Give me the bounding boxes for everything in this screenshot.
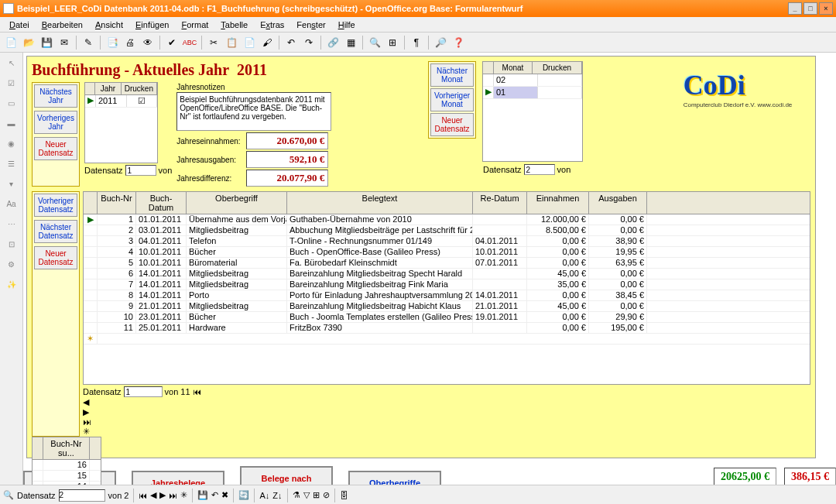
table-row[interactable]: 614.01.2011MitgliedsbeitragBareinzahlung… — [84, 269, 810, 279]
link-icon[interactable]: 🔗 — [325, 35, 341, 50]
table-row[interactable]: 1125.01.2011HardwareFritzBox 73900,00 €1… — [84, 323, 810, 334]
next-icon[interactable]: ▶ — [159, 490, 166, 500]
datasource-icon[interactable]: 🗄 — [340, 491, 348, 500]
notes-textarea[interactable]: Beispiel Buchführungsdatenbank 2011 mit … — [176, 92, 331, 131]
bottom-record-input[interactable] — [59, 489, 105, 502]
next-record-icon[interactable]: ▶ — [83, 407, 810, 417]
new-record-icon[interactable]: ✳ — [83, 427, 810, 437]
first-icon[interactable]: ⏮ — [139, 491, 147, 500]
save-icon[interactable]: 💾 — [39, 35, 54, 50]
table-row[interactable]: 203.01.2011MitgliedsbeitragAbbuchung Mit… — [84, 225, 810, 236]
pdf-icon[interactable]: 📑 — [104, 35, 120, 50]
form-nav-icon[interactable]: ⊡ — [5, 237, 19, 251]
open-icon[interactable]: 📂 — [21, 35, 36, 50]
undo-rec-icon[interactable]: ↶ — [211, 490, 218, 500]
menu-fenster[interactable]: Fenster — [290, 19, 331, 31]
combo-tool-icon[interactable]: ▾ — [5, 177, 19, 190]
menu-tabelle[interactable]: Tabelle — [214, 19, 254, 31]
col-buchnr-su[interactable]: Buch-Nr su... — [43, 437, 90, 459]
year-grid[interactable]: Jahr Drucken ▶ 2011 ☑ — [84, 82, 158, 163]
filter-form-icon[interactable]: ⊞ — [313, 490, 320, 500]
prev-record-icon[interactable]: ◀ — [83, 397, 810, 407]
ds-value-input[interactable] — [125, 165, 156, 176]
print-icon[interactable]: 🖨 — [122, 35, 138, 50]
zoom-icon[interactable]: 🔎 — [433, 35, 448, 50]
sort-desc-icon[interactable]: Z↓ — [272, 491, 282, 500]
jahresbelege-button[interactable]: Jahresbelege drucken — [132, 471, 224, 485]
prev-record-button[interactable]: Vorheriger Datensatz — [34, 194, 77, 217]
col-oberbegriff[interactable]: Oberbegriff — [187, 192, 287, 214]
new-record-button[interactable]: Neuer Datensatz — [34, 246, 77, 269]
option-tool-icon[interactable]: ◉ — [5, 136, 19, 150]
table-icon[interactable]: ▦ — [343, 35, 358, 50]
menu-hilfe[interactable]: Hilfe — [332, 19, 361, 31]
label-tool-icon[interactable]: Aa — [5, 197, 19, 211]
preview-icon[interactable]: 👁 — [140, 35, 156, 50]
col-ausgaben[interactable]: Ausgaben — [589, 192, 647, 214]
ds2-input[interactable] — [524, 164, 555, 175]
prev-month-button[interactable]: Vorheriger Monat — [430, 88, 474, 111]
mail-icon[interactable]: ✉ — [57, 35, 72, 50]
brush-icon[interactable]: 🖌 — [259, 35, 275, 50]
table-row[interactable]: 1023.01.2011BücherBuch - Joomla Template… — [84, 312, 810, 323]
save-rec-icon[interactable]: 💾 — [197, 490, 208, 500]
wizard-icon[interactable]: ✨ — [5, 277, 19, 291]
menu-extras[interactable]: Extras — [254, 19, 290, 31]
menu-datei[interactable]: Datei — [3, 19, 36, 31]
filter-icon[interactable]: ⚗ — [293, 490, 300, 500]
col-redatum[interactable]: Re-Datum — [473, 192, 527, 214]
edit-icon[interactable]: ✎ — [81, 35, 96, 50]
delete-rec-icon[interactable]: ✖ — [221, 490, 228, 500]
new-year-record-button[interactable]: Neuer Datensatz — [34, 137, 77, 160]
prev-icon[interactable]: ◀ — [150, 490, 156, 500]
new-month-record-button[interactable]: Neuer Datensatz — [430, 113, 474, 136]
help-icon[interactable]: ❓ — [451, 35, 466, 50]
sort-asc-icon[interactable]: A↓ — [259, 491, 269, 500]
year-cell[interactable]: 2011 — [96, 95, 127, 107]
menu-einfuegen[interactable]: Einfügen — [129, 19, 175, 31]
cut-icon[interactable]: ✂ — [206, 35, 221, 50]
col-buchnr[interactable]: Buch-Nr — [98, 192, 136, 214]
prev-year-button[interactable]: Vorheriges Jahr — [34, 111, 77, 134]
col-einnahmen[interactable]: Einnahmen — [527, 192, 589, 214]
col-belegtext[interactable]: Belegtext — [287, 192, 473, 214]
table-row[interactable]: 16 — [33, 460, 101, 471]
remove-filter-icon[interactable]: ⊘ — [323, 490, 330, 500]
menu-bearbeiten[interactable]: Bearbeiten — [36, 19, 89, 31]
form-props-icon[interactable]: ⚙ — [5, 257, 19, 271]
recnav-input[interactable] — [124, 386, 163, 397]
main-data-table[interactable]: Buch-Nr Buch-Datum Oberbegriff Belegtext… — [83, 191, 810, 385]
new-rec-icon[interactable]: ✳ — [180, 490, 187, 500]
next-year-button[interactable]: Nächstes Jahr — [34, 84, 77, 108]
table-row[interactable]: 304.01.2011TelefonT-Online - Rechnungsnu… — [84, 236, 810, 247]
find-icon[interactable]: 🔍 — [3, 490, 14, 500]
table-row[interactable]: 15 — [33, 471, 101, 482]
select-tool-icon[interactable]: ↖ — [5, 56, 19, 70]
autofilter-icon[interactable]: ▽ — [303, 490, 310, 500]
new-icon[interactable]: 📄 — [3, 35, 19, 50]
maximize-button[interactable]: □ — [803, 2, 817, 15]
table-row[interactable]: ▶101.01.2011Übernahme aus dem VorjahrGut… — [84, 214, 810, 225]
menu-format[interactable]: Format — [175, 19, 214, 31]
belege-oberbegriff-button[interactable]: Belege nach Oberbegriff drucken — [240, 466, 333, 485]
table-row[interactable]: 410.01.2011BücherBuch - OpenOffice-Base … — [84, 247, 810, 258]
checkbox-tool-icon[interactable]: ☑ — [5, 76, 19, 90]
summary-table[interactable]: Buch-Nr su... 16151413121110987654321 — [32, 437, 101, 485]
menu-ansicht[interactable]: Ansicht — [89, 19, 129, 31]
button-tool-icon[interactable]: ▬ — [5, 116, 19, 130]
refresh-icon[interactable]: 🔄 — [238, 490, 249, 500]
redo-icon[interactable]: ↷ — [301, 35, 317, 50]
more-tool-icon[interactable]: ⋯ — [5, 217, 19, 231]
print-checkbox[interactable]: ☑ — [127, 95, 158, 107]
table-row[interactable]: 14 — [33, 482, 101, 485]
abc-icon[interactable]: ABC — [182, 35, 197, 50]
table-row[interactable]: 510.01.2011BüromaterialFa. Bürobedarf Kl… — [84, 258, 810, 269]
navigator-icon[interactable]: ⊞ — [385, 35, 400, 50]
next-record-button[interactable]: Nächster Datensatz — [34, 220, 77, 243]
table-row[interactable]: 814.01.2011PortoPorto für Einladung Jahr… — [84, 290, 810, 301]
undo-icon[interactable]: ↶ — [283, 35, 299, 50]
spellcheck-icon[interactable]: ✔ — [164, 35, 180, 50]
month-grid[interactable]: Monat Drucken 02 ▶01 Datensatz von — [482, 61, 583, 162]
last-icon[interactable]: ⏭ — [169, 491, 177, 500]
paste-icon[interactable]: 📄 — [242, 35, 257, 50]
